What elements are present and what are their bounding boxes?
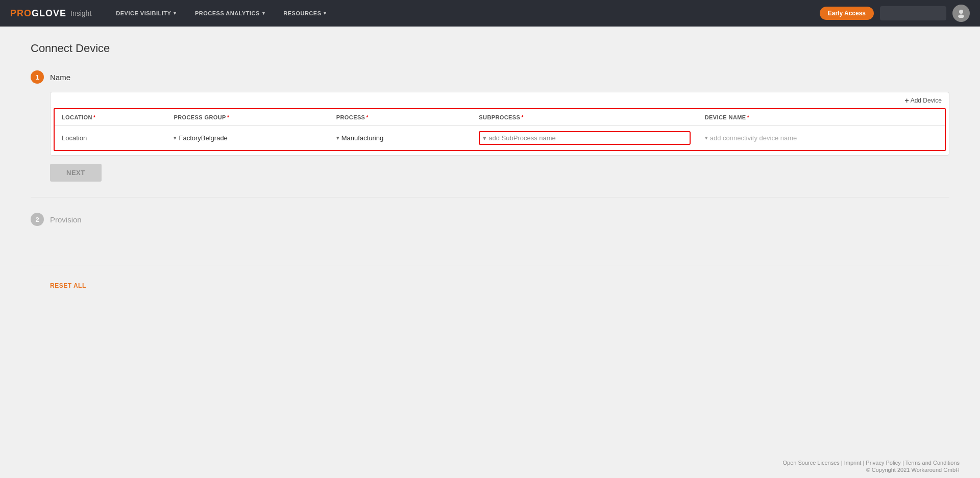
step-label-provision: Provision [50,215,82,224]
device-table: LOCATION* PROCESS GROUP* PROCESS* SUBPRO… [55,109,945,150]
cell-process-group[interactable]: ▾ FactoryBelgrade [166,126,329,150]
brand-insight: Insight [70,9,91,17]
device-table-box: + Add Device LOCATION* PROCESS G [50,92,949,156]
add-device-button[interactable]: + Add Device [904,96,942,105]
footer-link-imprint[interactable]: Imprint [844,460,862,466]
step-name-header: 1 Name [31,70,949,84]
process-group-dropdown[interactable]: ▾ FactoryBelgrade [174,134,322,142]
cell-subprocess[interactable]: ▾ add SubProcess name [472,126,697,150]
page-content: Connect Device 1 Name + Add Device [0,27,980,445]
chevron-down-icon: ▾ [262,11,265,16]
required-star: * [521,114,524,120]
footer-link-terms[interactable]: Terms and Conditions [905,460,960,466]
section-divider [31,197,949,197]
avatar[interactable] [952,5,970,22]
nav-item-resources[interactable]: RESOURCES ▾ [274,0,336,27]
cell-location: Location [55,126,166,150]
early-access-button[interactable]: Early Access [820,7,874,20]
nav-label-device-visibility: DEVICE VISIBILITY [116,10,171,16]
brand-pro: PRO [10,8,32,19]
step-provision: 2 Provision [31,213,949,234]
section-divider-2 [31,265,949,265]
col-location: LOCATION* [55,109,166,126]
chevron-down-icon: ▾ [174,135,177,141]
subprocess-placeholder: add SubProcess name [488,134,556,142]
chevron-down-icon: ▾ [705,135,708,141]
required-star: * [366,114,369,120]
plus-icon: + [904,96,909,105]
footer-links: Open Source Licenses | Imprint | Privacy… [0,460,960,466]
required-star: * [747,114,750,120]
step-label-name: Name [50,73,70,82]
nav-label-process-analytics: PROCESS ANALYTICS [195,10,260,16]
nav-links: DEVICE VISIBILITY ▾ PROCESS ANALYTICS ▾ … [107,0,819,27]
device-table-body: Location ▾ FactoryBelgrade [55,126,945,150]
device-name-placeholder: add connectivity device name [710,134,797,142]
chevron-down-icon: ▾ [324,11,327,16]
nav-label-resources: RESOURCES [283,10,321,16]
add-device-row: + Add Device [51,92,949,108]
search-input[interactable] [880,6,946,20]
col-device-name: DEVICE NAME* [698,109,945,126]
col-subprocess: SUBPROCESS* [472,109,697,126]
process-group-value: FactoryBelgrade [179,134,227,142]
device-table-wrapper: LOCATION* PROCESS GROUP* PROCESS* SUBPRO… [54,108,946,151]
brand-logo[interactable]: PROGLOVE Insight [10,8,91,19]
col-process: PROCESS* [329,109,472,126]
process-value: Manufacturing [341,134,383,142]
chevron-down-icon: ▾ [483,134,486,142]
process-dropdown[interactable]: ▾ Manufacturing [336,134,465,142]
add-device-label: Add Device [911,97,942,104]
cell-process[interactable]: ▾ Manufacturing [329,126,472,150]
required-star: * [227,114,230,120]
subprocess-dropdown[interactable]: ▾ add SubProcess name [479,131,690,145]
footer: Open Source Licenses | Imprint | Privacy… [0,455,980,478]
step-badge-1: 1 [31,70,44,84]
step-name-content: + Add Device LOCATION* PROCESS G [50,92,949,182]
step-provision-header: 2 Provision [31,213,949,226]
page-title: Connect Device [31,42,949,55]
nav-item-device-visibility[interactable]: DEVICE VISIBILITY ▾ [107,0,186,27]
navbar: PROGLOVE Insight DEVICE VISIBILITY ▾ PRO… [0,0,980,27]
brand-glove: GLOVE [32,8,66,19]
nav-right: Early Access [820,5,970,22]
nav-item-process-analytics[interactable]: PROCESS ANALYTICS ▾ [186,0,274,27]
step-name: 1 Name + Add Device L [31,70,949,182]
table-row: Location ▾ FactoryBelgrade [55,126,945,150]
device-name-dropdown[interactable]: ▾ add connectivity device name [705,134,938,142]
chevron-down-icon: ▾ [174,11,177,16]
cell-device-name[interactable]: ▾ add connectivity device name [698,126,945,150]
footer-link-privacy[interactable]: Privacy Policy [866,460,900,466]
device-table-head: LOCATION* PROCESS GROUP* PROCESS* SUBPRO… [55,109,945,126]
chevron-down-icon: ▾ [336,135,339,141]
col-process-group: PROCESS GROUP* [166,109,329,126]
footer-link-open-source[interactable]: Open Source Licenses [782,460,839,466]
reset-all-button[interactable]: RESET ALL [50,282,86,289]
footer-copyright: © Copyright 2021 Workaround GmbH [0,467,960,473]
next-button[interactable]: NEXT [50,164,102,182]
svg-point-1 [958,15,964,18]
step-badge-2: 2 [31,213,44,226]
required-star: * [93,114,96,120]
reset-area: RESET ALL [50,281,949,290]
svg-point-0 [959,10,963,14]
table-header-row: LOCATION* PROCESS GROUP* PROCESS* SUBPRO… [55,109,945,126]
